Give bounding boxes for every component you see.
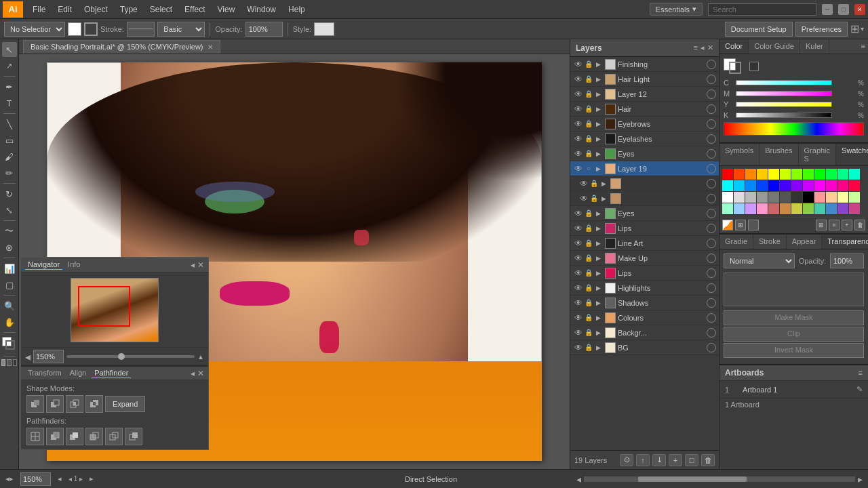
layer-expand-14[interactable]: ▶ bbox=[593, 270, 603, 277]
swatch-list-view-btn[interactable]: ≡ bbox=[829, 220, 840, 230]
none-color-btn[interactable] bbox=[749, 62, 759, 71]
panel-collapse-btn[interactable]: ◂ bbox=[191, 260, 195, 270]
layer-lock-19[interactable]: 🔒 bbox=[584, 344, 593, 351]
layer-color-9[interactable] bbox=[707, 194, 716, 203]
fill-stroke-indicator[interactable] bbox=[2, 337, 17, 352]
color-spectrum-bar[interactable] bbox=[724, 122, 864, 136]
layer-lock-2[interactable]: 🔒 bbox=[584, 90, 593, 98]
appearance-tab[interactable]: Appear bbox=[787, 235, 822, 249]
layer-lock-15[interactable]: 🔒 bbox=[584, 284, 593, 291]
swatch-34[interactable] bbox=[837, 192, 848, 203]
layer-expand-18[interactable]: ▶ bbox=[593, 329, 603, 336]
trim-btn[interactable] bbox=[46, 428, 64, 445]
swatch-options-2[interactable] bbox=[748, 220, 759, 230]
swatch-41[interactable] bbox=[780, 203, 791, 214]
swatch-8[interactable] bbox=[814, 169, 825, 180]
layer-expand-0[interactable]: ▶ bbox=[593, 61, 603, 68]
layer-row-g[interactable]: 👁 🔒 ▶ bbox=[570, 176, 719, 191]
y-slider[interactable] bbox=[736, 102, 832, 107]
menu-help[interactable]: Help bbox=[283, 3, 311, 16]
unite-btn[interactable] bbox=[26, 395, 44, 413]
layer-expand-1[interactable]: ▶ bbox=[593, 76, 603, 83]
direct-selection-tool[interactable]: ↗ bbox=[2, 58, 17, 73]
pf-close-btn[interactable]: ✕ bbox=[197, 369, 204, 378]
layer-visibility-4[interactable]: 👁 bbox=[573, 119, 584, 129]
layer-visibility-6[interactable]: 👁 bbox=[573, 149, 584, 159]
layer-color-8[interactable] bbox=[707, 179, 716, 188]
zoom-mountain-icon[interactable]: ▲ bbox=[197, 353, 204, 361]
layer-lock-6[interactable]: 🔒 bbox=[584, 150, 593, 157]
shape-tool[interactable]: ▭ bbox=[2, 133, 17, 148]
layer-visibility-1[interactable]: 👁 bbox=[573, 75, 584, 84]
layer-lock-14[interactable]: 🔒 bbox=[584, 269, 593, 277]
layer-expand-19[interactable]: ▶ bbox=[593, 344, 603, 351]
swatch-6[interactable] bbox=[791, 169, 802, 180]
layer-color-6[interactable] bbox=[707, 149, 716, 159]
menu-effect[interactable]: Effect bbox=[179, 3, 210, 16]
swatch-5[interactable] bbox=[780, 169, 791, 180]
artboard-name-1[interactable]: Artboard 1 bbox=[743, 386, 852, 394]
layer-visibility-16[interactable]: 👁 bbox=[573, 298, 584, 308]
tool-arrows-btn[interactable]: ◂▸ bbox=[5, 474, 14, 483]
mask-thumbnail-area[interactable] bbox=[724, 272, 864, 306]
layer-visibility-12[interactable]: 👁 bbox=[573, 239, 584, 248]
layer-row-layer-12[interactable]: 👁 🔒 ▶ Layer 12 bbox=[570, 87, 719, 102]
menu-view[interactable]: View bbox=[212, 3, 241, 16]
navigator-tab[interactable]: Navigator bbox=[25, 260, 62, 270]
search-input[interactable] bbox=[708, 3, 816, 16]
layer-visibility-13[interactable]: 👁 bbox=[573, 253, 584, 263]
layer-expand-11[interactable]: ▶ bbox=[593, 225, 603, 232]
layer-lock-8[interactable]: 🔒 bbox=[589, 180, 599, 187]
nav-next-btn[interactable]: ▸ bbox=[90, 474, 94, 483]
layer-visibility-3[interactable]: 👁 bbox=[573, 104, 584, 114]
layer-color-15[interactable] bbox=[707, 283, 716, 293]
layer-row-layer-19[interactable]: 👁 ○ ▶ Layer 19 bbox=[570, 161, 719, 176]
selection-dropdown[interactable]: No Selection bbox=[4, 22, 65, 37]
column-graph-tool[interactable]: 📊 bbox=[2, 261, 17, 276]
layer-row-g[interactable]: 👁 🔒 ▶ bbox=[570, 191, 719, 206]
layer-row-eyes[interactable]: 👁 🔒 ▶ Eyes bbox=[570, 206, 719, 221]
align-tab[interactable]: Align bbox=[67, 368, 89, 378]
layer-expand-12[interactable]: ▶ bbox=[593, 240, 603, 247]
layer-color-1[interactable] bbox=[707, 75, 716, 84]
new-layer-from-selection-btn[interactable]: ↑ bbox=[636, 454, 650, 466]
fullscreen-btn[interactable] bbox=[7, 359, 11, 366]
selection-tool[interactable]: ↖ bbox=[2, 42, 17, 57]
layer-visibility-19[interactable]: 👁 bbox=[573, 343, 584, 352]
layer-color-17[interactable] bbox=[707, 313, 716, 323]
symbols-tab[interactable]: Symbols bbox=[719, 144, 760, 165]
horizontal-scrollbar[interactable] bbox=[584, 476, 855, 482]
brush-style-dropdown[interactable]: Basic bbox=[157, 22, 205, 37]
swatch-46[interactable] bbox=[837, 203, 848, 214]
stroke-tab[interactable]: Stroke bbox=[753, 235, 787, 249]
pen-tool[interactable]: ✒ bbox=[2, 79, 17, 94]
document-tab[interactable]: Basic Shading Portrait.ai* @ 150% (CMYK/… bbox=[23, 40, 220, 54]
layer-expand-3[interactable]: ▶ bbox=[593, 106, 603, 113]
layer-color-0[interactable] bbox=[707, 60, 716, 69]
layer-expand-6[interactable]: ▶ bbox=[593, 150, 603, 157]
swatch-17[interactable] bbox=[780, 180, 791, 191]
window-maximize[interactable]: □ bbox=[838, 4, 849, 15]
swatch-4[interactable] bbox=[768, 169, 779, 180]
layer-color-10[interactable] bbox=[707, 209, 716, 218]
window-minimize[interactable]: ─ bbox=[822, 4, 833, 15]
swatch-13[interactable] bbox=[734, 180, 745, 191]
swatch-11[interactable] bbox=[849, 169, 860, 180]
layer-visibility-2[interactable]: 👁 bbox=[573, 89, 584, 99]
align-left-icon[interactable]: ⊞ bbox=[850, 22, 859, 35]
layer-row-eyelashes[interactable]: 👁 🔒 ▶ Eyelashes bbox=[570, 131, 719, 146]
swatch-25[interactable] bbox=[734, 192, 745, 203]
c-slider[interactable] bbox=[736, 80, 832, 85]
pf-collapse-btn[interactable]: ◂ bbox=[191, 369, 195, 378]
layer-visibility-17[interactable]: 👁 bbox=[573, 313, 584, 323]
layer-color-3[interactable] bbox=[707, 104, 716, 114]
blend-tool[interactable]: ⊗ bbox=[2, 240, 17, 255]
layer-visibility-10[interactable]: 👁 bbox=[573, 209, 584, 218]
layer-row-shadows[interactable]: 👁 🔒 ▶ Shadows bbox=[570, 296, 719, 310]
layer-lock-18[interactable]: 🔒 bbox=[584, 329, 593, 336]
layer-expand-8[interactable]: ▶ bbox=[599, 180, 608, 187]
layer-expand-7[interactable]: ▶ bbox=[593, 165, 603, 172]
swatch-10[interactable] bbox=[837, 169, 848, 180]
merge-btn[interactable] bbox=[66, 428, 83, 445]
layer-row-hair[interactable]: 👁 🔒 ▶ Hair bbox=[570, 102, 719, 117]
